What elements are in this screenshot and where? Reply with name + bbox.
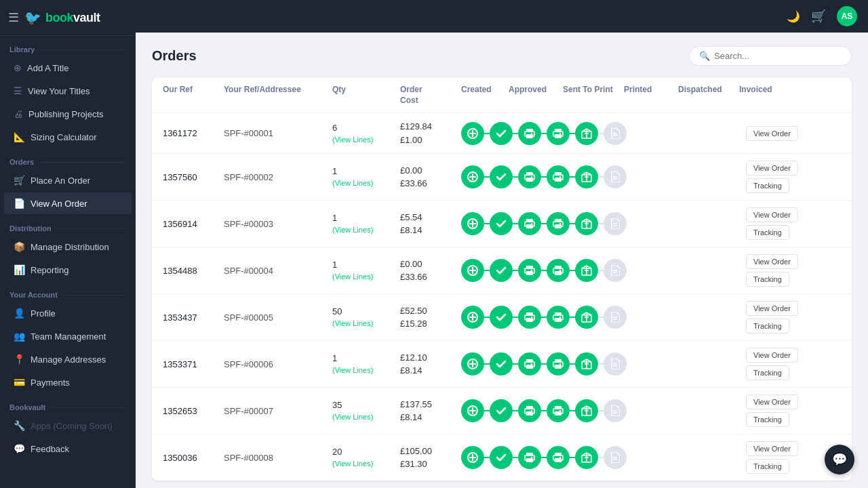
sidebar: ☰ 🐦 bookvault Library ⊕ Add A Title ☰ Vi… bbox=[0, 0, 136, 488]
view-lines-link[interactable]: (View Lines) bbox=[332, 136, 373, 144]
sidebar-item-view-titles[interactable]: ☰ View Your Titles bbox=[4, 80, 132, 102]
status-line bbox=[513, 317, 518, 318]
page-header: Orders 🔍 bbox=[152, 46, 852, 66]
view-order-button[interactable]: View Order bbox=[746, 301, 798, 316]
avatar[interactable]: AS bbox=[837, 6, 857, 26]
view-lines-link[interactable]: (View Lines) bbox=[332, 272, 373, 281]
svg-rect-101 bbox=[526, 411, 533, 415]
cost-1: £105.00 bbox=[400, 445, 461, 458]
logo: 🐦 bookvault bbox=[24, 9, 100, 26]
col-printed: Printed bbox=[624, 85, 678, 106]
tracking-button[interactable]: Tracking bbox=[746, 412, 789, 427]
payment-icon: 💳 bbox=[14, 377, 25, 388]
hamburger-icon[interactable]: ☰ bbox=[8, 10, 19, 25]
sidebar-item-place-order[interactable]: 🛒 Place An Order bbox=[4, 169, 132, 191]
section-label-bookvault: Bookvault bbox=[0, 394, 136, 414]
qty-value: 1 bbox=[332, 353, 400, 365]
status-line bbox=[598, 410, 604, 411]
view-lines-link[interactable]: (View Lines) bbox=[332, 179, 373, 187]
sidebar-item-label: Profile bbox=[31, 308, 56, 319]
status-dot-3 bbox=[547, 399, 570, 422]
qty-cell: 6 (View Lines) bbox=[332, 123, 400, 144]
qty-cell: 50 (View Lines) bbox=[332, 306, 400, 328]
view-order-button[interactable]: View Order bbox=[746, 348, 798, 363]
sidebar-item-view-order[interactable]: 📄 View An Order bbox=[4, 192, 132, 214]
view-order-button[interactable]: View Order bbox=[746, 394, 798, 409]
tracking-button[interactable]: Tracking bbox=[746, 225, 789, 240]
sidebar-item-manage-distribution[interactable]: 📦 Manage Distribution bbox=[4, 236, 132, 258]
theme-toggle-icon[interactable]: 🌙 bbox=[787, 10, 800, 23]
status-line bbox=[484, 176, 490, 178]
qty-value: 50 bbox=[332, 306, 400, 318]
status-line bbox=[513, 133, 518, 134]
table-row: 1357560 SPF-#00002 1 (View Lines) £0.00 … bbox=[152, 154, 852, 201]
chat-bubble[interactable]: 💬 bbox=[825, 445, 854, 474]
svg-rect-26 bbox=[559, 176, 561, 178]
view-order-button[interactable]: View Order bbox=[746, 254, 798, 269]
cart-topbar-icon[interactable]: 🛒 bbox=[811, 9, 826, 24]
view-lines-link[interactable]: (View Lines) bbox=[332, 413, 373, 421]
tracking-button[interactable]: Tracking bbox=[746, 178, 789, 193]
table-row: 1356914 SPF-#00003 1 (View Lines) £5.54 … bbox=[152, 201, 852, 247]
view-order-button[interactable]: View Order bbox=[746, 161, 798, 176]
status-dot-4 bbox=[575, 352, 598, 375]
view-lines-link[interactable]: (View Lines) bbox=[332, 366, 373, 374]
table-body: 1361172 SPF-#00001 6 (View Lines) £129.8… bbox=[152, 113, 852, 481]
sidebar-item-label: Feedback bbox=[31, 444, 69, 454]
sidebar-item-sizing-calculator[interactable]: 📐 Sizing Calculator bbox=[4, 126, 132, 148]
svg-rect-58 bbox=[559, 270, 561, 271]
sidebar-item-profile[interactable]: 👤 Profile bbox=[4, 302, 132, 324]
sidebar-item-publishing-projects[interactable]: 🖨 Publishing Projects bbox=[4, 103, 132, 125]
svg-rect-6 bbox=[531, 133, 532, 134]
col-order-cost: OrderCost bbox=[400, 85, 461, 106]
status-line bbox=[570, 223, 575, 224]
cost-1: £5.54 bbox=[400, 211, 461, 224]
tracking-button[interactable]: Tracking bbox=[746, 272, 789, 287]
distribution-icon: 📦 bbox=[14, 241, 25, 252]
tracking-button[interactable]: Tracking bbox=[746, 459, 789, 474]
sidebar-item-add-title[interactable]: ⊕ Add A Title bbox=[4, 57, 132, 79]
view-lines-link[interactable]: (View Lines) bbox=[332, 226, 373, 234]
status-dot-5 bbox=[604, 122, 627, 145]
status-pipeline bbox=[461, 446, 746, 469]
sidebar-item-label: Sizing Calculator bbox=[31, 132, 97, 142]
your-ref-cell: SPF-#00003 bbox=[224, 219, 332, 229]
sidebar-item-label: View An Order bbox=[31, 199, 87, 209]
sidebar-item-payments[interactable]: 💳 Payments bbox=[4, 371, 132, 393]
sidebar-item-reporting[interactable]: 📊 Reporting bbox=[4, 259, 132, 281]
sidebar-item-feedback[interactable]: 💬 Feedback bbox=[4, 438, 132, 460]
sidebar-item-label: Payments bbox=[31, 378, 70, 388]
view-order-button[interactable]: View Order bbox=[746, 441, 798, 456]
status-line bbox=[541, 223, 547, 224]
svg-rect-102 bbox=[531, 410, 532, 411]
view-lines-link[interactable]: (View Lines) bbox=[332, 319, 373, 327]
tracking-button[interactable]: Tracking bbox=[746, 319, 789, 333]
status-dot-3 bbox=[547, 165, 570, 188]
col-sent-to-print: Sent To Print bbox=[563, 85, 624, 106]
svg-rect-106 bbox=[559, 410, 561, 411]
document-icon: 📄 bbox=[14, 198, 25, 209]
status-line bbox=[570, 317, 575, 318]
cost-1: £137.55 bbox=[400, 398, 461, 411]
status-line bbox=[570, 133, 575, 134]
view-lines-link[interactable]: (View Lines) bbox=[332, 460, 373, 468]
view-order-button[interactable]: View Order bbox=[746, 126, 798, 141]
team-icon: 👥 bbox=[14, 331, 25, 342]
tracking-button[interactable]: Tracking bbox=[746, 365, 789, 380]
view-order-button[interactable]: View Order bbox=[746, 207, 798, 222]
svg-rect-121 bbox=[555, 458, 561, 462]
actions-cell: View OrderTracking bbox=[746, 301, 841, 333]
status-dot-5 bbox=[604, 399, 627, 422]
sidebar-item-manage-addresses[interactable]: 📍 Manage Addresses bbox=[4, 348, 132, 370]
svg-rect-70 bbox=[531, 317, 532, 318]
our-ref-cell: 1353371 bbox=[163, 359, 224, 369]
status-dot-3 bbox=[547, 212, 570, 235]
search-icon: 🔍 bbox=[699, 51, 710, 61]
search-input[interactable] bbox=[714, 51, 842, 61]
status-dot-5 bbox=[604, 306, 627, 329]
sidebar-item-team-management[interactable]: 👥 Team Management bbox=[4, 325, 132, 347]
table-row: 1353371 SPF-#00006 1 (View Lines) £12.10… bbox=[152, 341, 852, 388]
status-line bbox=[541, 363, 547, 365]
status-dot-4 bbox=[575, 446, 598, 469]
qty-value: 20 bbox=[332, 447, 400, 458]
